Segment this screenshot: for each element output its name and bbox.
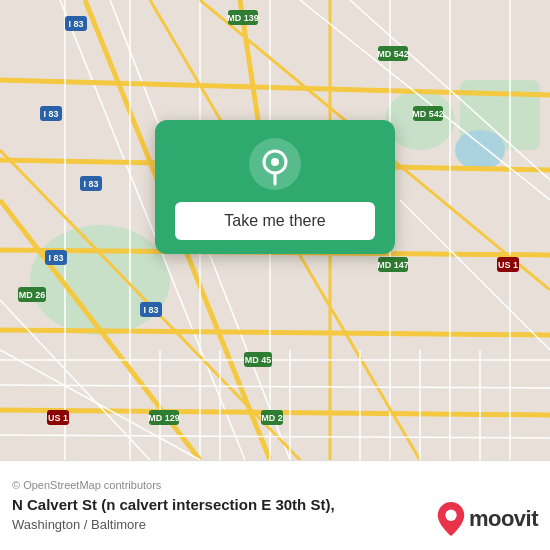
- bottom-bar: © OpenStreetMap contributors N Calvert S…: [0, 460, 550, 550]
- moovit-logo: moovit: [437, 502, 538, 536]
- svg-text:I 83: I 83: [48, 253, 63, 263]
- svg-text:MD 139: MD 139: [227, 13, 259, 23]
- svg-text:MD 45: MD 45: [245, 355, 272, 365]
- copyright-text: © OpenStreetMap contributors: [12, 479, 538, 491]
- svg-text:US 1: US 1: [48, 413, 68, 423]
- svg-text:MD 147: MD 147: [377, 260, 409, 270]
- take-me-there-button[interactable]: Take me there: [175, 202, 375, 240]
- moovit-pin-icon: [437, 502, 465, 536]
- svg-text:MD 542: MD 542: [377, 49, 409, 59]
- svg-text:MD 2: MD 2: [261, 413, 283, 423]
- svg-text:I 83: I 83: [83, 179, 98, 189]
- svg-point-4: [455, 130, 505, 170]
- svg-point-1: [30, 225, 170, 335]
- svg-text:I 83: I 83: [68, 19, 83, 29]
- svg-text:I 83: I 83: [43, 109, 58, 119]
- map-container: I 83 I 83 I 83 I 83 I 83 MD 139 MD 542 M…: [0, 0, 550, 460]
- moovit-brand-text: moovit: [469, 506, 538, 532]
- popup-card: Take me there: [155, 120, 395, 254]
- svg-text:MD 26: MD 26: [19, 290, 46, 300]
- svg-point-74: [271, 158, 279, 166]
- svg-text:MD 129: MD 129: [148, 413, 180, 423]
- svg-text:I 83: I 83: [143, 305, 158, 315]
- svg-point-75: [445, 510, 456, 521]
- svg-text:MD 542: MD 542: [412, 109, 444, 119]
- svg-text:US 1: US 1: [498, 260, 518, 270]
- location-pin-icon: [249, 138, 301, 190]
